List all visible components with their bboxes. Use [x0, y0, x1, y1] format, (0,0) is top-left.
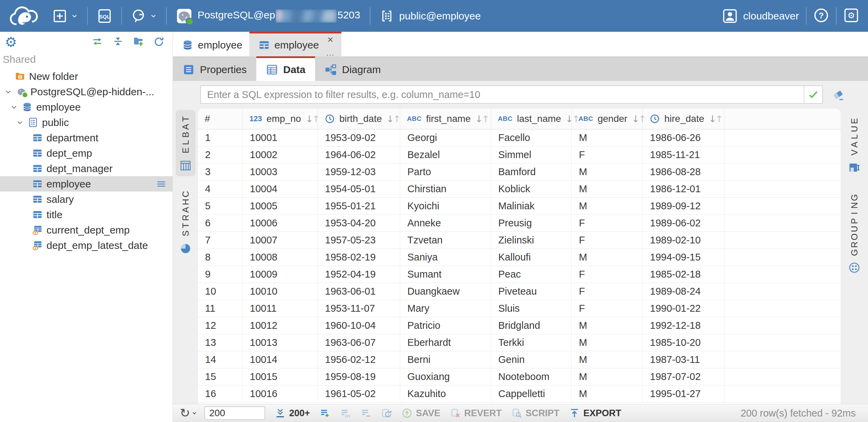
cell-emp-no[interactable]: 10015 — [243, 368, 318, 385]
cell-emp-no[interactable]: 10009 — [243, 266, 318, 283]
cell-gender[interactable]: M — [572, 164, 643, 180]
cell-gender[interactable]: M — [572, 249, 643, 266]
cell-gender[interactable]: M — [572, 368, 643, 385]
cell-gender[interactable]: F — [572, 215, 643, 231]
cell-gender[interactable]: F — [572, 146, 643, 163]
view-tab[interactable]: Diagram — [315, 56, 390, 81]
cell-last-name[interactable]: Peac — [491, 266, 572, 283]
cell-first-name[interactable]: Guoxiang — [400, 368, 491, 385]
cell-gender[interactable]: M — [572, 385, 643, 402]
toolbar-button[interactable]: SAVE — [402, 408, 440, 419]
chevron-down-icon[interactable] — [4, 88, 12, 96]
cell-last-name[interactable]: Cappelletti — [491, 385, 572, 402]
cell-emp-no[interactable]: 10002 — [243, 146, 318, 163]
cell-first-name[interactable]: Eberhardt — [400, 334, 491, 351]
cell-hire-date[interactable]: 1989-02-10 — [643, 232, 724, 249]
cell-hire-date[interactable]: 1985-10-20 — [643, 334, 724, 351]
cell-birth-date[interactable]: 1953-11-07 — [318, 300, 400, 317]
table-row[interactable]: 3 10003 1959-12-03 Parto Bamford M 1986-… — [198, 164, 841, 181]
cell-birth-date[interactable]: 1961-05-02 — [318, 385, 400, 402]
column-header[interactable]: ABC first_name ↓↑ — [400, 109, 491, 129]
table-row[interactable]: 6 10006 1953-04-20 Anneke Preusig F 1989… — [198, 215, 841, 232]
table-row[interactable]: 12 10012 1960-10-04 Patricio Bridgland M… — [198, 317, 841, 334]
cell-first-name[interactable]: Kyoichi — [400, 198, 491, 214]
cell-emp-no[interactable]: 10010 — [243, 283, 318, 300]
cell-first-name[interactable]: Saniya — [400, 249, 491, 266]
cell-hire-date[interactable]: 1986-12-01 — [643, 181, 724, 197]
cell-hire-date[interactable]: 1994-09-15 — [643, 249, 724, 266]
driver-manager-button[interactable] — [129, 8, 159, 24]
filter-input[interactable] — [201, 86, 804, 103]
cell-birth-date[interactable]: 1958-02-19 — [318, 249, 400, 266]
close-icon[interactable]: × — [327, 36, 334, 44]
cell-birth-date[interactable]: 1953-09-02 — [318, 129, 400, 146]
cell-last-name[interactable]: Bamford — [491, 164, 572, 180]
cell-birth-date[interactable]: 1959-12-03 — [318, 164, 400, 180]
toolbar-button[interactable]: EXPORT — [569, 408, 621, 419]
cell-first-name[interactable]: Kazuhito — [400, 385, 491, 402]
sidebar-tool-button[interactable] — [112, 36, 123, 48]
cell-gender[interactable]: M — [572, 334, 643, 351]
cell-birth-date[interactable]: 1953-04-20 — [318, 215, 400, 231]
cell-last-name[interactable]: Nooteboom — [491, 368, 572, 385]
chevron-down-icon[interactable] — [16, 118, 24, 127]
new-connection-button[interactable] — [50, 8, 80, 24]
cell-gender[interactable]: M — [572, 351, 643, 368]
cell-birth-date[interactable]: 1960-10-04 — [318, 317, 400, 334]
cell-last-name[interactable]: Koblick — [491, 181, 572, 197]
table-row[interactable]: 4 10004 1954-05-01 Chirstian Koblick M 1… — [198, 181, 841, 198]
table-row[interactable]: 15 10015 1959-08-19 Guoxiang Nooteboom M… — [198, 368, 841, 385]
editor-tab[interactable]: employee — [173, 32, 249, 56]
cell-last-name[interactable]: Maliniak — [491, 198, 572, 214]
cell-hire-date[interactable]: 1987-07-02 — [643, 368, 724, 385]
toolbar-button[interactable]: SCRIPT — [511, 408, 559, 419]
cell-first-name[interactable]: Duangkaew — [400, 283, 491, 300]
tree-item[interactable]: public — [0, 115, 173, 130]
cell-emp-no[interactable]: 10007 — [243, 232, 318, 249]
cell-first-name[interactable]: Anneke — [400, 215, 491, 231]
table-row[interactable]: 16 10016 1961-05-02 Kazuhito Cappelletti… — [198, 385, 841, 403]
panel-tab[interactable]: GNIPUORG — [844, 188, 864, 278]
cell-hire-date[interactable]: 1990-01-22 — [643, 300, 724, 317]
cell-first-name[interactable]: Bezalel — [400, 146, 491, 163]
cell-birth-date[interactable]: 1952-04-19 — [318, 266, 400, 283]
cell-emp-no[interactable]: 10012 — [243, 317, 318, 334]
tree-item[interactable]: title — [0, 207, 173, 222]
cell-hire-date[interactable]: 1986-08-28 — [643, 164, 724, 180]
table-row[interactable]: 1 10001 1953-09-02 Georgi Facello M 1986… — [198, 129, 841, 146]
cell-birth-date[interactable]: 1955-01-21 — [318, 198, 400, 214]
clear-filter-button[interactable] — [832, 88, 845, 103]
cell-birth-date[interactable]: 1964-06-02 — [318, 146, 400, 163]
cell-emp-no[interactable]: 10013 — [243, 334, 318, 351]
item-menu-icon[interactable] — [156, 179, 166, 189]
help-button[interactable]: ? — [813, 8, 829, 25]
cell-gender[interactable]: M — [572, 317, 643, 334]
cell-gender[interactable]: M — [572, 181, 643, 197]
user-menu-button[interactable]: cloudbeaver — [722, 8, 799, 24]
cell-last-name[interactable]: Kalloufi — [491, 249, 572, 266]
refresh-button[interactable]: ↻ — [180, 407, 198, 419]
cell-birth-date[interactable]: 1963-06-07 — [318, 334, 400, 351]
cell-hire-date[interactable]: 1987-03-11 — [643, 351, 724, 368]
presentation-tab[interactable]: TABLE — [176, 110, 195, 176]
sidebar-tool-button[interactable] — [92, 36, 103, 48]
cell-first-name[interactable]: Sumant — [400, 266, 491, 283]
tree-item[interactable]: department — [0, 130, 173, 145]
tree-item[interactable]: PostgreSQL@ep-hidden-... — [0, 84, 173, 99]
cell-hire-date[interactable]: 1989-09-12 — [643, 198, 724, 214]
cell-gender[interactable]: F — [572, 266, 643, 283]
table-row[interactable]: 9 10009 1952-04-19 Sumant Peac F 1985-02… — [198, 266, 841, 283]
table-row[interactable]: 13 10013 1963-06-07 Eberhardt Terkki M 1… — [198, 334, 841, 351]
cell-first-name[interactable]: Chirstian — [400, 181, 491, 197]
toolbar-button[interactable] — [320, 408, 330, 419]
tree-item[interactable]: dept_emp_latest_date — [0, 238, 173, 253]
settings-button[interactable]: ⚙ — [843, 8, 859, 25]
sort-icon[interactable]: ↓↑ — [386, 114, 401, 124]
toolbar-button[interactable]: REVERT — [450, 408, 502, 419]
cell-hire-date[interactable]: 1986-06-26 — [643, 129, 724, 146]
cell-emp-no[interactable]: 10004 — [243, 181, 318, 197]
cell-last-name[interactable]: Sluis — [491, 300, 572, 317]
apply-filter-button[interactable] — [804, 86, 822, 103]
cell-hire-date[interactable]: 1989-08-24 — [643, 283, 724, 300]
row-limit-input[interactable] — [204, 406, 265, 420]
